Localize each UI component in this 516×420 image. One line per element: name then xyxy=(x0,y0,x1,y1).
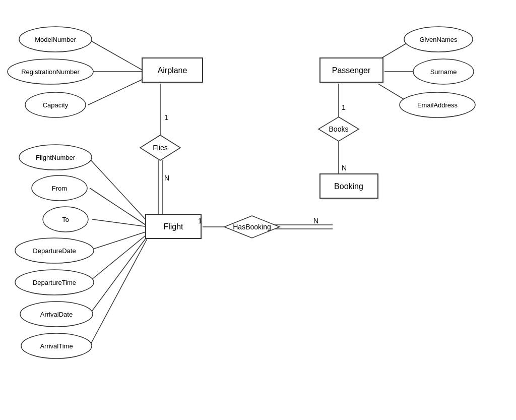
cardinality-books-1: 1 xyxy=(342,103,346,111)
flies-relationship-label: Flies xyxy=(153,144,168,152)
registrationnumber-attr-label: RegistrationNumber xyxy=(21,68,80,76)
departuretime-attr-label: DepartureTime xyxy=(33,279,76,286)
modelnumber-attr-label: ModelNumber xyxy=(35,36,76,43)
cardinality-flies-n: N xyxy=(164,174,169,182)
flightnumber-attr-label: FlightNumber xyxy=(36,154,76,161)
er-diagram: Airplane Flight Passenger Booking Flies … xyxy=(0,0,516,420)
cardinality-books-n: N xyxy=(342,164,347,172)
svg-line-6 xyxy=(88,157,149,223)
givennames-attr-label: GivenNames xyxy=(419,36,458,43)
svg-line-0 xyxy=(88,39,145,72)
capacity-attr-label: Capacity xyxy=(43,101,69,109)
arrivaltime-attr-label: ArrivalTime xyxy=(40,342,73,350)
emailaddress-attr-label: EmailAddress xyxy=(417,101,458,109)
passenger-entity-label: Passenger xyxy=(332,66,371,75)
cardinality-flies-1: 1 xyxy=(164,113,168,122)
cardinality-hasbooking-1: 1 xyxy=(198,217,202,225)
cardinality-hasbooking-n: N xyxy=(313,217,318,225)
departuredate-attr-label: DepartureDate xyxy=(33,247,76,255)
from-attr-label: From xyxy=(52,185,67,192)
svg-line-2 xyxy=(88,78,145,105)
books-relationship-label: Books xyxy=(329,125,349,133)
booking-entity-label: Booking xyxy=(334,182,363,191)
surname-attr-label: Surname xyxy=(430,68,457,76)
svg-line-12 xyxy=(90,236,149,346)
flight-entity-label: Flight xyxy=(163,222,183,231)
to-attr-label: To xyxy=(62,216,69,223)
hasbooking-relationship-label: HasBooking xyxy=(233,223,271,231)
svg-line-8 xyxy=(92,219,149,227)
svg-line-7 xyxy=(90,188,149,227)
arrivaldate-attr-label: ArrivalDate xyxy=(40,311,73,318)
airplane-entity-label: Airplane xyxy=(158,66,187,75)
